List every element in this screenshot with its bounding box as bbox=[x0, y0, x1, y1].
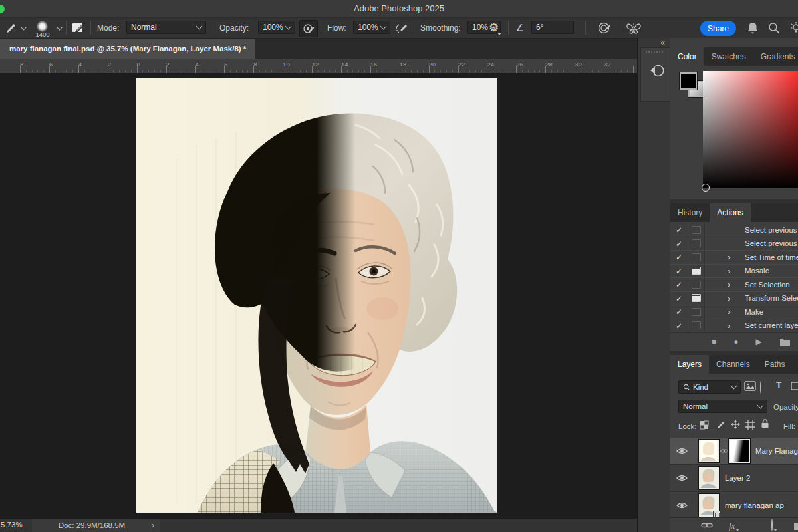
action-check-icon[interactable]: ✓ bbox=[670, 319, 688, 332]
new-group-folder-icon[interactable] bbox=[793, 521, 798, 530]
action-row[interactable]: ✓ › Set Selection bbox=[670, 278, 798, 292]
layer-name[interactable]: Layer 2 bbox=[725, 474, 750, 482]
layer-style-fx-icon[interactable]: fx bbox=[729, 519, 739, 531]
action-row[interactable]: ✓ › Transform Selecti bbox=[670, 292, 798, 306]
pressure-size-icon[interactable] bbox=[597, 21, 612, 35]
action-check-icon[interactable]: ✓ bbox=[670, 278, 688, 291]
brush-picker-chevron[interactable] bbox=[57, 24, 63, 31]
mask-link-icon[interactable] bbox=[720, 448, 728, 454]
panel-tab[interactable]: Layers bbox=[670, 355, 709, 374]
paint-symmetry-butterfly-icon[interactable] bbox=[625, 21, 642, 35]
action-check-icon[interactable]: ✓ bbox=[670, 237, 688, 251]
panel-tab[interactable]: History bbox=[670, 203, 710, 222]
layer-thumbnail[interactable] bbox=[698, 439, 720, 463]
layer-row[interactable]: mary flanagan ap bbox=[670, 492, 798, 519]
link-layers-icon[interactable] bbox=[701, 522, 713, 529]
document-canvas-photo[interactable] bbox=[136, 78, 497, 513]
action-disclosure-icon[interactable]: › bbox=[728, 293, 730, 303]
blend-mode-select[interactable]: Normal bbox=[678, 400, 767, 413]
action-disclosure-icon[interactable]: › bbox=[728, 266, 730, 276]
action-dialog-toggle-empty[interactable] bbox=[692, 253, 701, 261]
layer-row[interactable]: Layer 2 bbox=[670, 465, 798, 492]
layer-mask-thumbnail[interactable] bbox=[729, 439, 750, 463]
layer-thumbnail[interactable] bbox=[698, 466, 720, 490]
action-disclosure-icon[interactable]: › bbox=[728, 252, 730, 262]
action-disclosure-icon[interactable]: › bbox=[728, 321, 730, 331]
layer-visibility-eye-icon[interactable] bbox=[670, 492, 694, 519]
action-row[interactable]: ✓ › Set current layer bbox=[670, 319, 798, 333]
brush-tool-chevron[interactable] bbox=[21, 24, 27, 31]
layer-thumbnail[interactable] bbox=[698, 493, 720, 517]
panel-tab[interactable]: Swatches bbox=[704, 47, 753, 66]
panel-tab[interactable]: Color bbox=[670, 47, 704, 66]
brush-angle-field[interactable]: 6° bbox=[531, 21, 574, 34]
panel-tab[interactable]: Channels bbox=[709, 355, 757, 374]
action-dialog-toggle-empty[interactable] bbox=[692, 281, 701, 289]
panel-tab[interactable]: Gradients bbox=[753, 47, 798, 66]
action-dialog-toggle-icon[interactable] bbox=[692, 294, 701, 302]
brush-tool-icon[interactable] bbox=[4, 21, 17, 35]
action-row[interactable]: ✓ › Select previous h bbox=[670, 237, 798, 251]
flow-select[interactable]: 100% bbox=[353, 21, 390, 34]
layer-row[interactable]: Mary Flanagan bbox=[670, 438, 798, 465]
action-dialog-toggle-empty[interactable] bbox=[692, 321, 701, 329]
canvas-pasteboard[interactable] bbox=[0, 73, 637, 519]
action-row[interactable]: ✓ › Set Time of timeli bbox=[670, 251, 798, 265]
discover-lightbulb-icon[interactable] bbox=[789, 21, 798, 35]
action-check-icon[interactable]: ✓ bbox=[670, 292, 688, 305]
action-disclosure-icon[interactable]: › bbox=[728, 279, 730, 289]
lock-transparency-icon[interactable] bbox=[700, 420, 709, 430]
action-dialog-toggle-empty[interactable] bbox=[692, 226, 701, 234]
begin-recording-icon[interactable]: ● bbox=[733, 337, 738, 346]
doc-size-field[interactable]: Doc: 29.9M/168.5M › bbox=[32, 519, 160, 532]
new-action-set-folder-icon[interactable] bbox=[779, 338, 791, 346]
status-chevron-icon[interactable]: › bbox=[152, 521, 154, 530]
action-check-icon[interactable]: ✓ bbox=[670, 265, 688, 278]
brush-settings-panel-icon[interactable] bbox=[72, 21, 85, 34]
lock-position-move-icon[interactable] bbox=[730, 419, 741, 430]
lock-artboard-icon[interactable] bbox=[745, 420, 755, 430]
stop-playing-icon[interactable]: ■ bbox=[712, 337, 716, 346]
action-dialog-toggle-empty[interactable] bbox=[692, 308, 701, 316]
action-row[interactable]: ✓ › Make bbox=[670, 305, 798, 319]
layer-name[interactable]: Mary Flanagan bbox=[755, 447, 798, 455]
color-picker-handle[interactable] bbox=[702, 184, 710, 192]
mode-select[interactable]: Normal bbox=[126, 21, 206, 34]
lock-pixels-brush-icon[interactable] bbox=[716, 420, 726, 430]
pressure-opacity-icon[interactable] bbox=[299, 20, 318, 37]
action-check-icon[interactable]: ✓ bbox=[670, 223, 688, 237]
brush-size-value[interactable]: 1400 bbox=[29, 31, 56, 38]
ruler-number: 6 bbox=[224, 61, 227, 68]
history-panel-dock-button[interactable] bbox=[640, 47, 670, 102]
filter-type-layers-icon[interactable]: T bbox=[776, 380, 782, 390]
airbrush-icon[interactable] bbox=[395, 21, 410, 35]
panel-tab[interactable]: Paths bbox=[757, 355, 793, 374]
filter-adjustment-layers-icon[interactable] bbox=[760, 382, 761, 394]
action-row[interactable]: ✓ › Mosaic bbox=[670, 265, 798, 279]
layer-name[interactable]: mary flanagan ap bbox=[725, 501, 784, 509]
notifications-bell-icon[interactable] bbox=[746, 21, 759, 35]
foreground-color-swatch[interactable] bbox=[680, 72, 697, 90]
action-row[interactable]: ✓ › Select previous h bbox=[670, 223, 798, 237]
action-check-icon[interactable]: ✓ bbox=[670, 305, 688, 319]
color-saturation-box[interactable] bbox=[703, 71, 798, 188]
action-dialog-toggle-icon[interactable] bbox=[692, 267, 701, 275]
layer-visibility-eye-icon[interactable] bbox=[670, 465, 694, 491]
action-dialog-toggle-empty[interactable] bbox=[692, 239, 701, 247]
search-icon[interactable] bbox=[767, 21, 781, 35]
layer-filter-kind-select[interactable]: Kind bbox=[678, 380, 741, 394]
lock-all-icon[interactable] bbox=[761, 418, 769, 429]
filter-shape-layers-icon[interactable] bbox=[791, 382, 798, 390]
collapse-panels-icon[interactable]: « bbox=[660, 38, 664, 47]
action-disclosure-icon[interactable]: › bbox=[728, 307, 730, 317]
new-adjustment-layer-icon[interactable] bbox=[771, 519, 777, 531]
filter-pixel-layers-icon[interactable] bbox=[744, 381, 756, 391]
share-button[interactable]: Share bbox=[700, 21, 736, 36]
panel-tab[interactable]: Actions bbox=[710, 203, 750, 222]
play-action-icon[interactable]: ▶ bbox=[756, 337, 762, 346]
opacity-select[interactable]: 100% bbox=[258, 21, 295, 34]
action-check-icon[interactable]: ✓ bbox=[670, 251, 688, 264]
layer-visibility-eye-icon[interactable] bbox=[670, 438, 694, 464]
zoom-level-field[interactable]: 5.73% bbox=[1, 521, 23, 529]
document-tab[interactable]: mary flanagan final.psd @ 35.7% (Mary Fl… bbox=[0, 39, 255, 59]
